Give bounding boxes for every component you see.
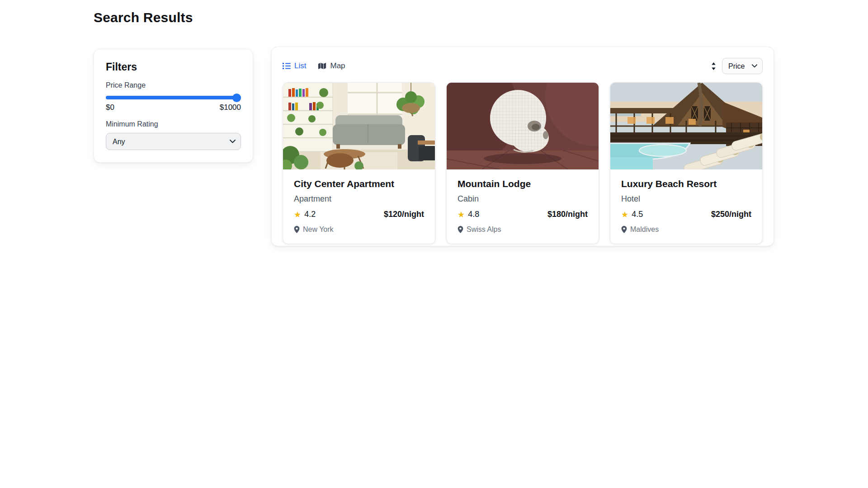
listing-card[interactable]: City Center Apartment Apartment ★ 4.2 $1… [283,82,435,244]
card-location-label: New York [303,225,334,234]
results-header: List Map P [283,58,763,74]
view-toggle-map-label: Map [330,61,345,70]
card-location-label: Swiss Alps [467,225,501,234]
results-card-list: City Center Apartment Apartment ★ 4.2 $1… [283,82,763,244]
card-title: Luxury Beach Resort [621,178,751,189]
minimum-rating-select[interactable]: Any [106,133,241,150]
sort-arrows-icon[interactable] [711,62,717,70]
sort-select[interactable]: Price [722,58,763,74]
view-toggle-list[interactable]: List [283,61,306,70]
listing-card[interactable]: Mountain Lodge Cabin ★ 4.8 $180/night Sw… [446,82,599,244]
card-location-label: Maldives [630,225,659,234]
location-pin-icon [294,226,300,233]
card-type: Apartment [294,194,424,204]
results-panel: List Map P [271,47,774,246]
card-rating: ★ 4.2 [294,210,316,219]
card-rating: ★ 4.8 [458,210,479,219]
price-range-label: Price Range [106,81,241,89]
card-location: New York [294,225,424,234]
card-rating-value: 4.8 [468,210,479,219]
price-min-value: $0 [106,103,114,112]
card-price: $120/night [384,210,424,219]
page-title: Search Results [94,10,193,25]
map-icon [318,62,326,70]
property-image [447,83,599,169]
card-title: Mountain Lodge [458,178,588,189]
filters-heading: Filters [106,61,241,73]
property-image [283,83,435,169]
card-location: Maldives [621,225,751,234]
price-range-slider[interactable] [106,96,241,99]
view-toggle-map[interactable]: Map [318,61,345,70]
card-type: Cabin [458,194,588,204]
card-rating: ★ 4.5 [621,210,643,219]
property-image [610,83,762,169]
star-icon: ★ [458,211,465,219]
star-icon: ★ [294,211,301,219]
price-max-value: $1000 [220,103,241,112]
card-type: Hotel [621,194,751,204]
card-rating-value: 4.5 [632,210,643,219]
view-toggle: List Map [283,61,345,70]
star-icon: ★ [621,211,628,219]
card-rating-value: 4.2 [304,210,316,219]
card-body: Luxury Beach Resort Hotel ★ 4.5 $250/nig… [610,169,762,244]
location-pin-icon [458,226,463,233]
card-location: Swiss Alps [458,225,588,234]
sort-controls: Price [711,58,763,74]
card-title: City Center Apartment [294,178,424,189]
card-body: Mountain Lodge Cabin ★ 4.8 $180/night Sw… [447,169,599,244]
minimum-rating-label: Minimum Rating [106,120,241,128]
card-body: City Center Apartment Apartment ★ 4.2 $1… [283,169,435,244]
view-toggle-list-label: List [294,61,306,70]
listing-card[interactable]: Luxury Beach Resort Hotel ★ 4.5 $250/nig… [610,82,763,244]
card-price: $180/night [547,210,588,219]
list-icon [283,62,291,70]
filters-panel: Filters Price Range $0 $1000 Minimum Rat… [94,49,253,163]
price-range-values: $0 $1000 [106,103,241,112]
location-pin-icon [621,226,627,233]
card-price: $250/night [711,210,751,219]
